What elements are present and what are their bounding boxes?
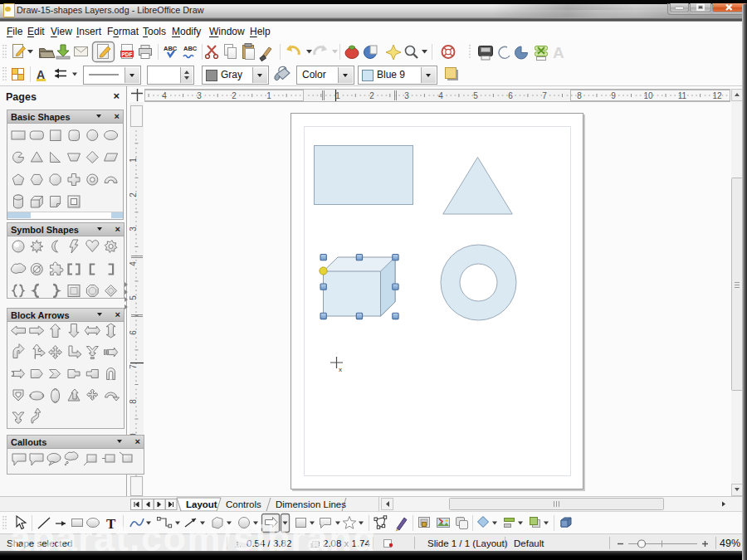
svg-text:1: 1 — [310, 542, 314, 548]
svg-text:4: 4 — [438, 91, 443, 100]
svg-text:11: 11 — [678, 91, 687, 100]
svg-text:x: x — [339, 366, 342, 373]
svg-text:Dimension Lines: Dimension Lines — [276, 499, 346, 509]
svg-text:5: 5 — [129, 295, 138, 300]
svg-text:4: 4 — [162, 91, 167, 100]
svg-text:12: 12 — [712, 91, 722, 100]
svg-text:1: 1 — [266, 91, 271, 100]
svg-text:3: 3 — [197, 91, 202, 100]
svg-text:9: 9 — [611, 91, 616, 100]
svg-text:Controls: Controls — [226, 499, 261, 509]
svg-text:ABC: ABC — [183, 45, 198, 52]
svg-text:7: 7 — [129, 364, 138, 369]
svg-text:8: 8 — [577, 91, 582, 100]
svg-text:8: 8 — [129, 399, 138, 404]
svg-text:10: 10 — [643, 91, 653, 100]
svg-text:3: 3 — [129, 226, 138, 231]
svg-text:Layout: Layout — [186, 499, 217, 509]
svg-text:T: T — [106, 516, 116, 532]
svg-text:3: 3 — [404, 91, 409, 100]
svg-text:6: 6 — [129, 330, 138, 335]
svg-text:ABC: ABC — [164, 45, 178, 52]
svg-text:2: 2 — [232, 91, 237, 100]
svg-text:2: 2 — [129, 192, 138, 197]
svg-text:2: 2 — [369, 91, 374, 100]
svg-text:1: 1 — [335, 91, 340, 100]
svg-text:6: 6 — [508, 91, 513, 100]
svg-text:1: 1 — [129, 158, 138, 163]
svg-text:PDF: PDF — [122, 51, 133, 57]
svg-text:7: 7 — [542, 91, 547, 100]
svg-text:5: 5 — [473, 91, 478, 100]
svg-text:4: 4 — [129, 261, 138, 266]
svg-text:A: A — [553, 44, 564, 61]
